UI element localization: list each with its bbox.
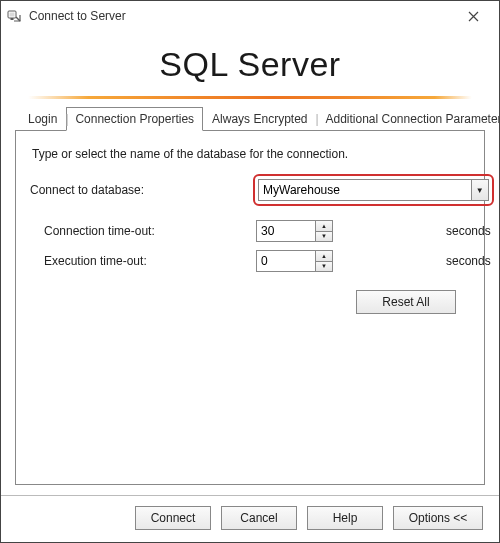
tab-login[interactable]: Login — [19, 107, 66, 131]
close-button[interactable] — [453, 2, 493, 30]
execution-timeout-down-button[interactable]: ▼ — [316, 261, 332, 272]
connect-to-database-dropdown-button[interactable]: ▼ — [471, 179, 489, 201]
close-icon — [468, 11, 479, 22]
options-button[interactable]: Options << — [393, 506, 483, 530]
tabstrip: Login Connection Properties Always Encry… — [15, 107, 485, 131]
connection-timeout-down-button[interactable]: ▼ — [316, 231, 332, 242]
connection-timeout-spinner[interactable]: ▲ ▼ — [256, 220, 336, 242]
execution-timeout-up-button[interactable]: ▲ — [316, 251, 332, 261]
connection-timeout-up-button[interactable]: ▲ — [316, 221, 332, 231]
reset-all-button[interactable]: Reset All — [356, 290, 456, 314]
window-title: Connect to Server — [29, 9, 126, 23]
connection-properties-panel: Type or select the name of the database … — [15, 130, 485, 485]
tab-additional-connection-parameters[interactable]: Additional Connection Parameters — [316, 107, 500, 131]
cancel-button[interactable]: Cancel — [221, 506, 297, 530]
help-button[interactable]: Help — [307, 506, 383, 530]
connect-button[interactable]: Connect — [135, 506, 211, 530]
titlebar: Connect to Server — [1, 1, 499, 31]
sql-server-logo-text: SQL Server — [15, 31, 485, 96]
execution-timeout-unit: seconds — [436, 254, 491, 268]
connection-timeout-input[interactable] — [256, 220, 316, 242]
triangle-down-icon: ▼ — [321, 233, 327, 239]
connect-to-database-input[interactable] — [258, 179, 471, 201]
dialog-footer: Connect Cancel Help Options << — [1, 495, 499, 542]
svg-rect-2 — [11, 18, 14, 20]
tab-always-encrypted[interactable]: Always Encrypted — [203, 107, 316, 131]
execution-timeout-spinner[interactable]: ▲ ▼ — [256, 250, 336, 272]
chevron-down-icon: ▼ — [476, 186, 484, 195]
execution-timeout-input[interactable] — [256, 250, 316, 272]
connect-to-database-combo[interactable]: ▼ — [258, 179, 489, 201]
server-connect-icon — [7, 8, 23, 24]
connect-to-database-label: Connect to database: — [30, 183, 256, 197]
brand-accent-bar — [19, 96, 481, 99]
tab-connection-properties[interactable]: Connection Properties — [66, 107, 203, 131]
execution-timeout-label: Execution time-out: — [30, 254, 256, 268]
connection-timeout-label: Connection time-out: — [30, 224, 256, 238]
triangle-up-icon: ▲ — [321, 253, 327, 259]
svg-rect-1 — [10, 13, 15, 17]
instruction-text: Type or select the name of the database … — [32, 147, 470, 161]
connect-to-database-highlight: ▼ — [253, 174, 494, 206]
triangle-down-icon: ▼ — [321, 263, 327, 269]
connection-timeout-unit: seconds — [436, 224, 491, 238]
triangle-up-icon: ▲ — [321, 223, 327, 229]
